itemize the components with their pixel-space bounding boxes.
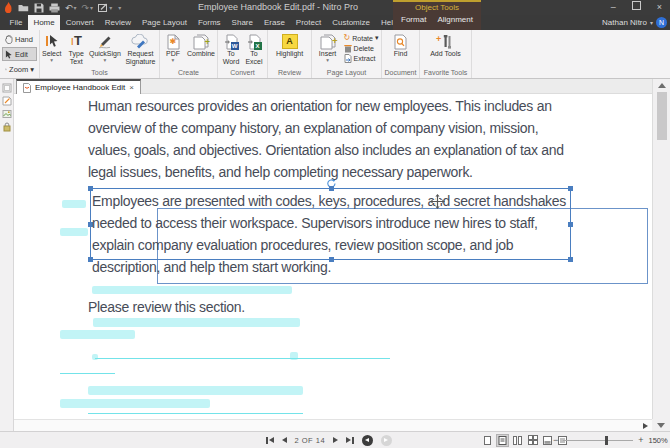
view-facing-continuous-button[interactable] xyxy=(526,434,539,447)
attachments-panel-icon[interactable] xyxy=(2,109,12,119)
convert-group-label: Convert xyxy=(218,68,267,78)
vertical-scrollbar[interactable] xyxy=(652,79,670,419)
pdf-button[interactable]: ✱ PDF ▾ xyxy=(161,32,185,62)
favorite-tools-group-label: Favorite Tools xyxy=(420,68,471,78)
scroll-up-icon[interactable] xyxy=(658,83,666,88)
maximize-button[interactable] xyxy=(632,1,641,13)
zoom-out-button[interactable]: − xyxy=(553,435,558,445)
document-tab[interactable]: Employee Handbook Edit × xyxy=(16,79,141,94)
first-page-button[interactable] xyxy=(266,437,274,444)
last-page-button[interactable] xyxy=(346,437,354,444)
request-signature-icon xyxy=(131,33,149,50)
account-menu[interactable]: Nathan Nitro ▾ N xyxy=(602,17,667,28)
zoom-in-button[interactable]: + xyxy=(638,435,643,445)
ghost-handle-artifact xyxy=(290,352,298,360)
rotate-button[interactable]: ↻ Rotate ▾ xyxy=(344,34,379,42)
tab-convert[interactable]: Convert xyxy=(60,15,99,30)
to-word-button[interactable]: W To Word xyxy=(220,32,242,66)
add-tools-button[interactable]: + Add Tools xyxy=(429,32,463,58)
tab-format[interactable]: Format xyxy=(401,15,426,24)
zoom-slider-thumb[interactable] xyxy=(605,436,608,445)
tab-erase[interactable]: Erase xyxy=(258,15,290,30)
comments-panel-icon[interactable] xyxy=(2,96,12,106)
open-button[interactable] xyxy=(18,3,29,12)
resize-handle-se[interactable] xyxy=(568,257,573,262)
redo-button[interactable]: ↷▾ xyxy=(82,3,94,13)
view-continuous-button[interactable] xyxy=(496,434,509,447)
undo-caret-icon[interactable]: ▾ xyxy=(74,3,77,13)
edit-tool-button[interactable]: Edit xyxy=(2,47,37,61)
favorite-tools-group: + Add Tools Favorite Tools xyxy=(420,30,472,78)
pages-panel-icon[interactable] xyxy=(2,83,12,93)
document-canvas[interactable]: Human resources provides an orientation … xyxy=(14,94,652,419)
scroll-right-icon[interactable] xyxy=(643,423,648,429)
highlight-button[interactable]: A Highlight xyxy=(272,32,308,58)
highlight-icon: A xyxy=(282,34,298,49)
history-back-button[interactable] xyxy=(362,435,373,446)
document-tab-close-icon[interactable]: × xyxy=(129,83,134,92)
title-bar: ↶▾ ↷▾ ▾ ▾ Employee Handbook Edit.pdf - N… xyxy=(0,0,670,15)
tab-customize[interactable]: Customize xyxy=(327,15,376,30)
quicksign-caret-icon[interactable]: ▾ xyxy=(109,3,112,13)
next-page-button[interactable] xyxy=(333,437,338,443)
combine-button[interactable]: + Combine xyxy=(186,32,216,58)
to-excel-button[interactable]: X To Excel xyxy=(243,32,265,66)
close-button[interactable]: × xyxy=(657,2,662,13)
tab-file[interactable]: File xyxy=(4,15,28,30)
view-facing-button[interactable] xyxy=(511,434,524,447)
tab-protect[interactable]: Protect xyxy=(290,15,326,30)
quicksign-quick-button[interactable]: ▾ xyxy=(98,3,112,13)
insert-button[interactable]: + Insert ▾ xyxy=(315,32,341,62)
undo-button[interactable]: ↶▾ xyxy=(65,3,77,13)
tab-forms[interactable]: Forms xyxy=(192,15,226,30)
hand-tool-button[interactable]: Hand xyxy=(2,32,37,46)
zoom-tool-button[interactable]: Zoom ▾ xyxy=(2,62,37,76)
document-tab-bar: Employee Handbook Edit × xyxy=(14,79,670,94)
maximize-icon xyxy=(632,1,641,10)
save-button[interactable] xyxy=(34,3,44,13)
find-button[interactable]: Find xyxy=(386,32,416,58)
vertical-scrollbar-thumb[interactable] xyxy=(657,92,667,140)
select-icon xyxy=(45,33,59,50)
print-button[interactable] xyxy=(49,3,60,13)
scroll-down-icon[interactable] xyxy=(657,423,665,428)
type-text-button[interactable]: ıT Type Text xyxy=(64,32,87,66)
extract-button[interactable]: Extract xyxy=(344,54,379,63)
resize-handle-e[interactable] xyxy=(568,222,573,227)
resize-handle-ne[interactable] xyxy=(568,186,573,191)
zoom-slider[interactable] xyxy=(563,440,633,441)
request-signature-button[interactable]: Request Signature xyxy=(122,32,159,66)
zoom-caret-icon: ▾ xyxy=(30,65,34,74)
tab-share[interactable]: Share xyxy=(226,15,258,30)
tools-group-label: Tools xyxy=(40,68,159,78)
tab-review[interactable]: Review xyxy=(99,15,136,30)
tab-home[interactable]: Home xyxy=(28,15,60,30)
create-group: ✱ PDF ▾ + Combine Create xyxy=(160,30,218,78)
delete-button[interactable]: Delete xyxy=(344,44,379,53)
select-button[interactable]: Select ▾ xyxy=(40,32,63,62)
ghost-guide-line xyxy=(60,373,115,374)
previous-page-button[interactable] xyxy=(282,437,287,443)
tab-page-layout[interactable]: Page Layout xyxy=(136,15,192,30)
history-forward-button[interactable] xyxy=(381,435,392,446)
tools-group: Select ▾ ıT Type Text QuickSign ▾ xyxy=(40,30,160,78)
scrollbar-corner[interactable] xyxy=(652,419,670,431)
quicksign-icon xyxy=(97,33,113,50)
zoom-level[interactable]: 150% xyxy=(649,436,668,445)
customize-qat-icon[interactable]: ▾ xyxy=(118,3,121,13)
security-panel-icon[interactable] xyxy=(2,122,12,132)
redo-caret-icon[interactable]: ▾ xyxy=(90,3,93,13)
tab-alignment[interactable]: Alignment xyxy=(437,15,473,24)
view-tools-group: Hand Edit Zoom ▾ xyxy=(0,30,40,78)
view-single-page-button[interactable] xyxy=(481,434,494,447)
avatar[interactable]: N xyxy=(656,17,667,28)
hand-icon xyxy=(5,35,13,44)
ghost-text-artifact xyxy=(60,330,135,339)
quicksign-button[interactable]: QuickSign ▾ xyxy=(89,32,121,62)
ghost-text-artifact xyxy=(88,386,303,395)
combine-icon: + xyxy=(193,33,209,50)
minimize-button[interactable]: – xyxy=(611,2,616,13)
nitro-logo-icon xyxy=(4,2,13,13)
edit-cursor-icon xyxy=(5,50,13,59)
horizontal-scrollbar[interactable] xyxy=(14,419,652,431)
